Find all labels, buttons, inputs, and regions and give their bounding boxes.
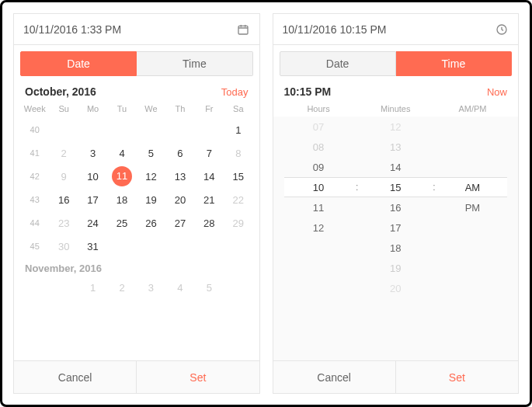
day-cell[interactable]: 9 (49, 171, 78, 183)
day-cell[interactable]: 29 (224, 217, 252, 229)
calendar-row: 429101112131415 (20, 165, 253, 188)
set-button[interactable]: Set (396, 361, 518, 393)
day-cell[interactable]: 5 (137, 148, 165, 159)
minute-cell: 13 (361, 141, 430, 153)
cancel-button[interactable]: Cancel (273, 361, 396, 393)
day-cell[interactable]: 10 (78, 171, 107, 183)
calendar-grid-next: 12345 (14, 276, 259, 299)
day-cell[interactable]: 12 (137, 171, 165, 183)
minute-cell: 15 (361, 182, 430, 193)
minute-cell: 19 (361, 263, 430, 274)
week-number: 40 (20, 125, 49, 134)
week-number: 42 (20, 172, 49, 181)
day-cell[interactable]: 3 (78, 148, 107, 159)
day-cell[interactable]: 8 (224, 148, 252, 159)
time-row[interactable]: 19 (284, 258, 508, 278)
time-row[interactable]: 0914 (284, 157, 508, 177)
calendar-row: 412345678 (20, 141, 253, 165)
day-cell[interactable]: 5 (195, 282, 224, 294)
week-number: 41 (20, 148, 49, 158)
time-row[interactable]: 20 (284, 278, 508, 298)
today-link[interactable]: Today (221, 86, 249, 98)
week-number: 44 (20, 218, 49, 228)
calendar-row: 401 (20, 118, 253, 141)
datetime-input[interactable]: 10/11/2016 10:15 PM (283, 23, 492, 36)
calendar-icon[interactable] (233, 19, 253, 40)
day-cell[interactable]: 22 (224, 194, 252, 206)
day-cell[interactable]: 25 (107, 217, 136, 229)
day-cell[interactable]: 3 (137, 282, 165, 294)
minute-cell: 20 (361, 283, 430, 294)
week-number: 45 (20, 242, 49, 251)
hour-cell: 10 (284, 182, 353, 193)
day-cell[interactable]: 17 (78, 194, 107, 206)
tab-date[interactable]: Date (280, 51, 396, 76)
time-row[interactable]: 1217 (284, 217, 508, 238)
hour-cell: 09 (284, 162, 353, 173)
next-month-label: November, 2016 (14, 258, 259, 276)
day-cell[interactable]: 2 (49, 148, 78, 159)
datetime-picker-date: 10/11/2016 1:33 PM Date Time October, 20… (13, 13, 260, 394)
footer: Cancel Set (14, 360, 259, 393)
calendar-row: 4316171819202122 (20, 188, 253, 211)
day-cell[interactable]: 15 (224, 171, 252, 183)
time-row[interactable]: 18 (284, 238, 508, 258)
hour-cell: 08 (284, 141, 353, 153)
day-cell[interactable]: 20 (165, 194, 194, 206)
now-link[interactable]: Now (487, 86, 507, 98)
day-cell[interactable]: 27 (165, 217, 194, 229)
cancel-button[interactable]: Cancel (14, 361, 137, 393)
day-cell[interactable]: 2 (107, 282, 136, 294)
day-cell[interactable]: 4 (165, 282, 194, 294)
day-cell[interactable]: 14 (195, 171, 224, 183)
day-cell[interactable]: 11 (112, 166, 132, 186)
week-col-header: Week (20, 104, 49, 113)
minute-cell: 16 (361, 202, 430, 214)
time-row[interactable]: 0813 (284, 137, 508, 157)
month-label: October, 2016 (25, 85, 221, 98)
minute-cell: 14 (361, 162, 430, 173)
day-cell[interactable]: 21 (195, 194, 224, 206)
day-cell[interactable]: 26 (137, 217, 165, 229)
hour-cell: 11 (284, 202, 353, 214)
month-header: October, 2016 Today (14, 76, 259, 103)
day-cell[interactable]: 13 (165, 171, 194, 183)
minute-cell: 12 (361, 121, 430, 133)
day-cell[interactable]: 1 (224, 124, 252, 136)
time-scroller[interactable]: 07120813091410:15:AM1116PM1217181920 (273, 117, 519, 360)
day-cell[interactable]: 18 (107, 194, 136, 206)
day-cell[interactable]: 16 (49, 194, 78, 206)
ampm-cell: PM (438, 202, 507, 214)
tab-date[interactable]: Date (20, 51, 137, 76)
day-cell[interactable]: 19 (137, 194, 165, 206)
time-row[interactable]: 10:15:AM (284, 177, 508, 197)
day-cell[interactable]: 24 (78, 217, 107, 229)
datetime-input-row: 10/11/2016 10:15 PM (273, 14, 519, 45)
datetime-picker-time: 10/11/2016 10:15 PM Date Time 10:15 PM N… (273, 13, 520, 394)
calendar-row: 12345 (20, 276, 253, 299)
tab-time[interactable]: Time (137, 51, 252, 76)
datetime-input[interactable]: 10/11/2016 1:33 PM (23, 23, 233, 36)
tab-time[interactable]: Time (396, 51, 512, 76)
datetime-input-row: 10/11/2016 1:33 PM (14, 14, 259, 45)
clock-icon[interactable] (492, 19, 512, 40)
time-row[interactable]: 1116PM (284, 197, 508, 217)
day-cell[interactable]: 1 (78, 282, 107, 294)
time-row[interactable]: 0712 (284, 117, 508, 137)
hour-cell: 07 (284, 121, 353, 133)
day-cell[interactable]: 23 (49, 217, 78, 229)
minute-cell: 17 (361, 222, 430, 234)
day-cell[interactable]: 30 (49, 241, 78, 252)
set-button[interactable]: Set (137, 361, 259, 393)
minute-cell: 18 (361, 242, 430, 254)
time-label: 10:15 PM (284, 85, 487, 98)
day-cell[interactable]: 6 (165, 148, 194, 159)
ampm-cell: AM (438, 182, 507, 193)
calendar-grid: 4014123456784291011121314154316171819202… (14, 118, 259, 258)
hour-cell: 12 (284, 222, 353, 234)
time-columns-header: Hours Minutes AM/PM (273, 103, 519, 117)
day-cell[interactable]: 31 (78, 241, 107, 252)
day-cell[interactable]: 7 (195, 148, 224, 159)
day-cell[interactable]: 4 (107, 148, 136, 159)
day-cell[interactable]: 28 (195, 217, 224, 229)
